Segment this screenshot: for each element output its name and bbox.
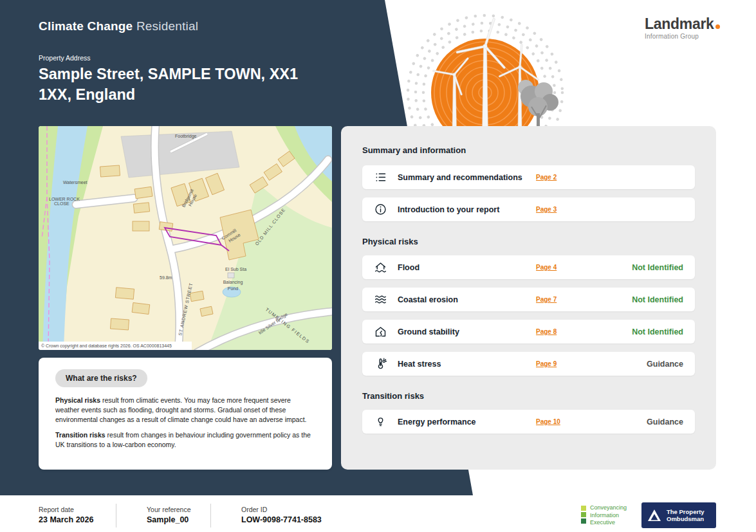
physical-risks-lead: Physical risks [55,396,100,404]
flood-house-icon [374,261,387,274]
landmark-orange-dot-icon [715,24,720,29]
property-address: Sample Street, SAMPLE TOWN, XX1 1XX, Eng… [39,64,317,105]
row-heat-stress[interactable]: Heat stress Page 9 Guidance [362,352,695,376]
location-map: Footbridge Watersmeet LOWER ROCK CLOSE B… [39,126,332,350]
map-label: Pond [228,286,238,291]
section-heading-summary: Summary and information [362,145,695,155]
property-ombudsman-logo: The Property Ombudsman [641,502,716,528]
tpo-line2: Ombudsman [667,515,705,522]
order-id-value: LOW-9098-7741-8583 [241,515,322,524]
transition-risks-lead: Transition risks [55,431,106,439]
map-label: 59.8m [160,275,172,280]
thermometer-sun-icon [374,357,387,371]
transition-risks-paragraph: Transition risks result from changes in … [55,430,315,450]
report-date-value: 23 March 2026 [39,515,93,524]
footer-reference: Your reference Sample_00 [147,506,191,524]
status-text: Not Identified [632,263,683,272]
property-address-label: Property Address [39,54,91,62]
row-summary-recommendations[interactable]: Summary and recommendations Page 2 [362,165,695,189]
status-text: Not Identified [632,295,683,304]
os-map: Footbridge Watersmeet LOWER ROCK CLOSE B… [39,126,332,350]
cie-line: Information [590,512,627,520]
landmark-logo: Landmark Information Group [645,17,720,40]
contents-panel: Summary and information Summary and reco… [341,126,716,470]
section-heading-physical: Physical risks [362,237,695,246]
status-text: Guidance [647,360,683,369]
row-label: Energy performance [398,417,536,427]
footer-divider [210,504,211,527]
footer-report-date: Report date 23 March 2026 [39,506,93,524]
row-label: Summary and recommendations [398,173,536,182]
conveyancing-information-executive-logo: Conveyancing Information Executive [581,504,627,527]
row-label: Flood [398,263,536,272]
report-title-light: Residential [136,19,198,33]
footer-divider [116,504,116,527]
map-label: Watersmeet [63,180,88,185]
cie-line: Conveyancing [590,504,627,512]
cie-line: Executive [590,519,627,527]
status-text: Not Identified [632,327,683,336]
physical-risks-paragraph: Physical risks result from climatic even… [55,396,315,425]
map-copyright: © Crown copyright and database rights 20… [41,344,172,349]
row-energy-performance[interactable]: Energy performance Page 10 Guidance [362,410,695,434]
risks-badge: What are the risks? [55,369,147,387]
waves-icon [374,293,387,306]
cie-squares-icon [581,504,586,527]
report-page: Climate Change Residential Property Addr… [0,0,756,532]
lightbulb-icon [374,415,387,428]
house-crack-icon [374,325,387,338]
page-link[interactable]: Page 10 [536,418,560,425]
page-link[interactable]: Page 8 [536,328,557,335]
row-label: Ground stability [398,327,536,336]
report-date-label: Report date [39,506,93,513]
reference-label: Your reference [147,506,191,513]
map-label: Balancing [223,280,243,285]
row-coastal-erosion[interactable]: Coastal erosion Page 7 Not Identified [362,288,695,311]
row-ground-stability[interactable]: Ground stability Page 8 Not Identified [362,320,695,344]
report-title: Climate Change Residential [39,19,198,33]
tpo-triangle-icon [647,509,661,522]
page-link[interactable]: Page 7 [536,296,557,303]
page-link[interactable]: Page 4 [536,264,557,271]
page-link[interactable]: Page 2 [536,174,557,181]
info-icon [374,203,387,216]
reference-value: Sample_00 [147,515,191,524]
row-label: Heat stress [398,360,536,369]
landmark-logo-tagline: Information Group [645,33,720,40]
map-label: LOWER ROCK [49,197,80,201]
map-label: CLOSE [54,201,69,206]
row-label: Coastal erosion [398,295,536,304]
row-flood[interactable]: Flood Page 4 Not Identified [362,255,695,279]
order-id-label: Order ID [241,506,322,513]
page-link[interactable]: Page 9 [536,360,557,367]
landmark-logo-name: Landmark [645,17,720,32]
page-link[interactable]: Page 3 [536,206,557,213]
tpo-line1: The Property [667,508,705,515]
map-label: El Sub Sta [225,267,246,271]
status-text: Guidance [647,417,683,427]
row-introduction[interactable]: Introduction to your report Page 3 [362,197,695,221]
map-label: Footbridge [175,134,197,139]
report-title-bold: Climate Change [39,19,133,33]
footer-order-id: Order ID LOW-9098-7741-8583 [241,506,322,524]
section-heading-transition: Transition risks [362,391,695,401]
list-icon [374,170,387,184]
row-label: Introduction to your report [398,205,536,214]
risks-explainer-card: What are the risks? Physical risks resul… [39,358,332,470]
